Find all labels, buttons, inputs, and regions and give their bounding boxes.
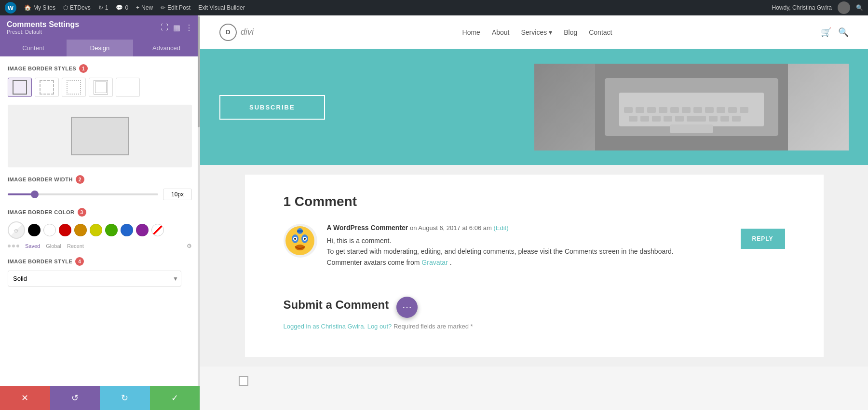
loop-icon: ↻ [98,4,103,11]
fullscreen-icon[interactable]: ⛶ [161,23,168,32]
search-nav-icon[interactable]: 🔍 [838,27,849,38]
color-green[interactable] [105,224,118,236]
laptop-illustration [595,64,788,150]
left-scrollbar[interactable] [198,15,200,386]
search-icon: 🔍 [856,4,863,11]
tab-advanced[interactable]: Advanced [133,40,200,56]
color-transparent-btn[interactable]: ⌀ [8,221,25,239]
tab-design[interactable]: Design [67,40,133,56]
user-avatar [838,1,850,14]
nav-services[interactable]: Services ▾ [521,28,553,36]
dots-icon: ⋯ [402,301,412,313]
svg-rect-12 [728,107,737,113]
color-black[interactable] [28,224,41,236]
admin-new[interactable]: + New [136,4,153,11]
right-panel: D divi Home About Services ▾ Blog Contac… [200,15,868,410]
scrollbar-thumb[interactable] [198,16,200,127]
border-width-slider-row: 10px [8,189,192,200]
comment-edit-link[interactable]: (Edit) [493,224,508,232]
gravatar-link[interactable]: Gravatar [421,259,448,266]
svg-rect-6 [659,107,667,113]
nav-blog[interactable]: Blog [564,28,577,36]
gravatar-text: Commenter avatars come from Gravatar . [327,257,721,268]
badge-2: 2 [76,175,84,184]
comment-item: A WordPress Commenter on August 6, 2017 … [284,224,785,282]
slider-thumb[interactable] [31,191,39,198]
admin-comments[interactable]: 💬 0 [116,4,128,11]
color-dot-3 [16,245,19,247]
wp-icon[interactable]: W [5,2,16,14]
color-dots [8,245,19,247]
color-blue[interactable] [121,224,133,236]
color-tab-recent[interactable]: Recent [67,243,84,249]
admin-search[interactable]: 🔍 [856,4,863,11]
nav-home[interactable]: Home [462,28,480,36]
svg-rect-17 [664,116,672,122]
logout-link[interactable]: Log out? [367,323,392,330]
color-strikethrough[interactable] [151,224,164,236]
undo-button[interactable]: ↺ [50,386,100,410]
site-icon: ⬡ [63,4,68,11]
subscribe-button[interactable]: SUBSCRIBE [219,95,325,120]
admin-edit-post[interactable]: ✏ Edit Post [161,4,190,11]
border-style-double-btn[interactable] [89,78,113,97]
color-white[interactable] [43,224,56,236]
redo-button[interactable]: ↻ [100,386,150,410]
site-nav-links: Home About Services ▾ Blog Contact [462,28,612,36]
floating-dots-btn[interactable]: ⋯ [396,297,418,318]
cancel-button[interactable]: ✕ [0,386,50,410]
admin-howdy[interactable]: Howdy, Christina Gwira [772,4,832,11]
svg-rect-18 [675,116,684,122]
border-style-none-btn[interactable] [116,78,140,97]
color-tab-global[interactable]: Global [46,243,61,249]
border-width-value[interactable]: 10px [163,189,192,200]
color-orange[interactable] [74,224,87,236]
nav-contact[interactable]: Contact [589,28,612,36]
logged-in-link[interactable]: Logged in as Christina Gwira. [284,323,366,330]
subscribe-left: SUBSCRIBE [219,95,534,120]
panel-header-icons: ⛶ ▦ ⋮ [161,23,193,32]
admin-updates[interactable]: ↻ 1 [98,4,108,11]
grid-icon[interactable]: ▦ [173,23,180,32]
svg-rect-22 [732,116,741,122]
color-purple[interactable] [136,224,149,236]
comment-actions: REPLY [731,224,785,268]
svg-rect-3 [624,107,633,113]
color-dot-2 [12,245,15,247]
site-logo: D divi [219,24,254,41]
double-border-icon [94,80,108,95]
svg-rect-9 [693,107,702,113]
image-border-width-label: Image Border Width 2 [8,175,192,184]
more-icon[interactable]: ⋮ [185,23,193,32]
subscribe-image [534,64,849,150]
site-nav: D divi Home About Services ▾ Blog Contac… [200,15,868,49]
save-button[interactable]: ✓ [150,386,200,410]
color-tab-saved[interactable]: Saved [25,243,40,249]
subscribe-banner: SUBSCRIBE [200,49,868,165]
color-yellow[interactable] [90,224,102,236]
tab-content[interactable]: Content [0,40,67,56]
border-preview-box [8,105,192,167]
corner-checkbox[interactable] [239,376,248,386]
color-red[interactable] [59,224,71,236]
comment-text: Hi, this is a comment. To get started wi… [327,235,721,268]
admin-bar: W 🏠 My Sites ⬡ ETDevs ↻ 1 💬 0 + New ✏ Ed… [0,0,868,15]
gear-icon[interactable]: ⚙ [187,243,192,249]
comment-meta: A WordPress Commenter on August 6, 2017 … [327,224,721,232]
border-style-dotted-btn[interactable] [62,78,86,97]
badge-1: 1 [79,64,88,73]
border-width-slider[interactable] [8,193,158,195]
cart-icon[interactable]: 🛒 [821,27,831,38]
reply-button[interactable]: REPLY [741,229,785,249]
svg-rect-7 [670,107,679,113]
border-style-solid-btn[interactable] [8,78,32,97]
panel-tabs: Content Design Advanced [0,40,200,56]
border-style-dashed-btn[interactable] [35,78,59,97]
admin-my-sites[interactable]: 🏠 My Sites [24,4,55,11]
nav-about[interactable]: About [492,28,510,36]
border-style-select[interactable]: None Solid Dashed Dotted Double [8,271,181,287]
image-border-color-label: Image Border Color 3 [8,208,192,217]
admin-etdevs[interactable]: ⬡ ETDevs [63,4,91,11]
admin-exit-vb[interactable]: Exit Visual Builder [198,4,245,11]
svg-rect-33 [297,230,303,232]
